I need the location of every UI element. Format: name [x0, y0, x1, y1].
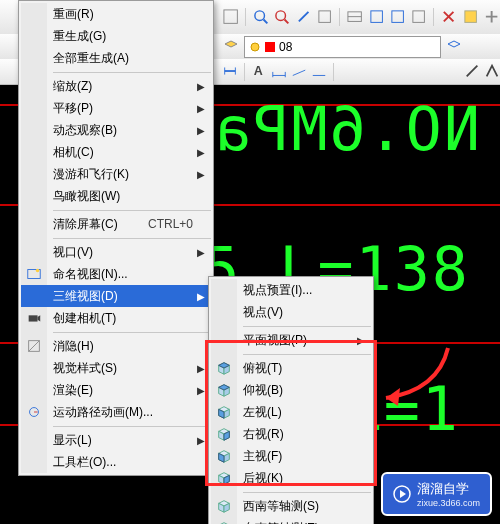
layer-icon[interactable]: [222, 38, 240, 56]
blank-icon: [21, 429, 47, 451]
menu1-item[interactable]: 清除屏幕(C)CTRL+0: [21, 213, 211, 235]
menu-item-label: 漫游和飞行(K): [53, 166, 193, 183]
svg-rect-24: [29, 315, 38, 321]
play-icon: [393, 485, 411, 503]
text-icon[interactable]: A: [251, 63, 267, 81]
menu1-item[interactable]: 渲染(E)▶: [21, 379, 211, 401]
menu2-item[interactable]: 视点(V): [211, 301, 371, 323]
tool-icon[interactable]: [440, 8, 457, 26]
menu1-item[interactable]: 视口(V)▶: [21, 241, 211, 263]
menu-item-label: 重画(R): [53, 6, 193, 23]
menu1-item[interactable]: 创建相机(T): [21, 307, 211, 329]
tool-icon[interactable]: [295, 8, 312, 26]
menu-item-label: 平移(P): [53, 100, 193, 117]
blank-icon: [211, 301, 237, 323]
menu1-item[interactable]: 命名视图(N)...: [21, 263, 211, 285]
menu-item-label: 平面视图(P): [243, 332, 353, 349]
menu-item-label: 缩放(Z): [53, 78, 193, 95]
tool-icon[interactable]: [222, 8, 239, 26]
menu2-item[interactable]: 右视(R): [211, 423, 371, 445]
tool-icon[interactable]: [484, 63, 500, 81]
svg-line-2: [264, 20, 268, 24]
submenu-arrow-icon: ▶: [197, 363, 205, 374]
tool-icon[interactable]: [346, 8, 363, 26]
menu1-item[interactable]: 运动路径动画(M)...: [21, 401, 211, 423]
menu-item-label: 视口(V): [53, 244, 193, 261]
menu2-item[interactable]: 后视(K): [211, 467, 371, 489]
zoom-extents-icon[interactable]: [273, 8, 290, 26]
watermark-brand: 溜溜自学: [417, 481, 469, 496]
dimension-icon[interactable]: [222, 63, 238, 81]
layer-combo[interactable]: 08: [244, 36, 441, 58]
menu-item-label: 鸟瞰视图(W): [53, 188, 193, 205]
menu1-item[interactable]: 缩放(Z)▶: [21, 75, 211, 97]
svg-point-23: [36, 269, 40, 273]
menu2-item[interactable]: 平面视图(P)▶: [211, 329, 371, 351]
menu1-item[interactable]: 全部重生成(A): [21, 47, 211, 69]
tool-icon[interactable]: [316, 8, 333, 26]
hide-icon: [21, 335, 47, 357]
menu2-item[interactable]: 东南等轴测(E): [211, 517, 371, 524]
blank-icon: [21, 97, 47, 119]
menu-item-label: 视点(V): [243, 304, 353, 321]
menu-item-label: 显示(L): [53, 432, 193, 449]
blank-icon: [211, 279, 237, 301]
blank-icon: [21, 285, 47, 307]
tool-icon[interactable]: [462, 8, 479, 26]
menu2-item[interactable]: 左视(L): [211, 401, 371, 423]
menu-item-label: 重生成(G): [53, 28, 193, 45]
svg-rect-10: [413, 11, 425, 23]
blank-icon: [21, 185, 47, 207]
tool-icon[interactable]: [368, 8, 385, 26]
svg-point-12: [251, 43, 259, 51]
menu2-item[interactable]: 西南等轴测(S): [211, 495, 371, 517]
menu2-item[interactable]: 主视(F): [211, 445, 371, 467]
menu1-item[interactable]: 鸟瞰视图(W): [21, 185, 211, 207]
menu-item-label: 创建相机(T): [53, 310, 193, 327]
menu1-item[interactable]: 动态观察(B)▶: [21, 119, 211, 141]
submenu-arrow-icon: ▶: [197, 435, 205, 446]
menu1-item[interactable]: 显示(L)▶: [21, 429, 211, 451]
menu-item-hotkey: CTRL+0: [148, 217, 193, 231]
menu1-item[interactable]: 视觉样式(S)▶: [21, 357, 211, 379]
blank-icon: [21, 141, 47, 163]
menu2-item[interactable]: 俯视(T): [211, 357, 371, 379]
menu2-item[interactable]: 仰视(B): [211, 379, 371, 401]
menu1-item[interactable]: 相机(C)▶: [21, 141, 211, 163]
tool-icon[interactable]: [464, 63, 480, 81]
tool-icon[interactable]: [483, 8, 500, 26]
menu-item-label: 消隐(H): [53, 338, 193, 355]
blank-icon: [21, 75, 47, 97]
blank-icon: [21, 119, 47, 141]
menu-item-label: 东南等轴测(E): [243, 520, 353, 525]
menu1-item[interactable]: 平移(P)▶: [21, 97, 211, 119]
svg-point-1: [255, 11, 265, 21]
tool-icon[interactable]: [389, 8, 406, 26]
zoom-icon[interactable]: [252, 8, 269, 26]
svg-rect-9: [392, 11, 404, 23]
submenu-arrow-icon: ▶: [197, 125, 205, 136]
menu1-item[interactable]: 工具栏(O)...: [21, 451, 211, 473]
menu1-item[interactable]: 重画(R): [21, 3, 211, 25]
tool-icon[interactable]: [410, 8, 427, 26]
submenu-arrow-icon: ▶: [197, 291, 205, 302]
tool-icon[interactable]: [445, 38, 463, 56]
menu1-item[interactable]: 重生成(G): [21, 25, 211, 47]
submenu-arrow-icon: ▶: [197, 247, 205, 258]
menu1-item[interactable]: 漫游和飞行(K)▶: [21, 163, 211, 185]
menu-item-label: 运动路径动画(M)...: [53, 404, 193, 421]
menu-item-label: 工具栏(O)...: [53, 454, 193, 471]
menu1-item[interactable]: 消隐(H): [21, 335, 211, 357]
menu-item-label: 全部重生成(A): [53, 50, 193, 67]
submenu-arrow-icon: ▶: [197, 103, 205, 114]
right-icon: [211, 423, 237, 445]
menu1-item[interactable]: 三维视图(D)▶: [21, 285, 211, 307]
submenu-arrow-icon: ▶: [197, 81, 205, 92]
dimension-icon[interactable]: [271, 63, 287, 81]
layer-color-swatch: [265, 42, 275, 52]
dimension-icon[interactable]: [311, 63, 327, 81]
dimension-icon[interactable]: [291, 63, 307, 81]
sun-icon: [249, 41, 261, 53]
menu2-item[interactable]: 视点预置(I)...: [211, 279, 371, 301]
se-icon: [211, 517, 237, 524]
